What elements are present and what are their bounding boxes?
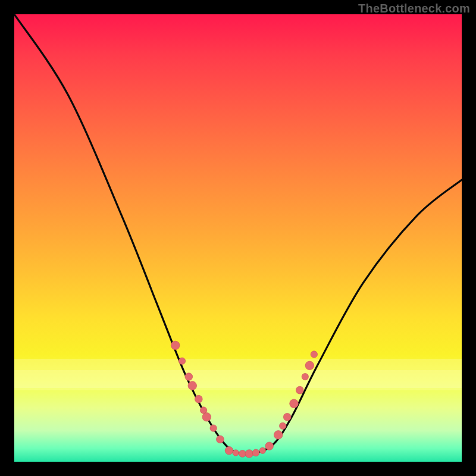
curve-marker (283, 413, 291, 421)
curve-marker (252, 449, 259, 456)
curve-marker (311, 351, 317, 358)
chart-frame: TheBottleneck.com (0, 0, 476, 476)
watermark-text: TheBottleneck.com (358, 2, 470, 15)
plot-area (14, 14, 462, 462)
curve-marker (290, 399, 299, 408)
curve-marker (217, 436, 224, 443)
curve-marker (245, 450, 253, 458)
curve-marker (188, 381, 197, 390)
curve-path (14, 14, 462, 454)
curve-marker (202, 413, 211, 422)
curve-marker (265, 442, 274, 450)
curve-marker (225, 446, 233, 455)
curve-marker (171, 341, 180, 350)
curve-marker (280, 422, 286, 429)
curve-marker (178, 358, 185, 364)
curve-marker (185, 373, 193, 381)
curve-marker (296, 386, 303, 394)
markers-left (171, 341, 224, 443)
curve-marker (305, 361, 314, 370)
curve-marker (239, 450, 246, 458)
bottleneck-curve (14, 14, 462, 462)
curve-marker (259, 447, 265, 453)
curve-marker (210, 425, 217, 431)
curve-marker (233, 450, 239, 456)
markers-right (274, 351, 317, 439)
curve-marker (302, 373, 308, 380)
curve-marker (274, 431, 283, 440)
curve-marker (195, 395, 202, 403)
